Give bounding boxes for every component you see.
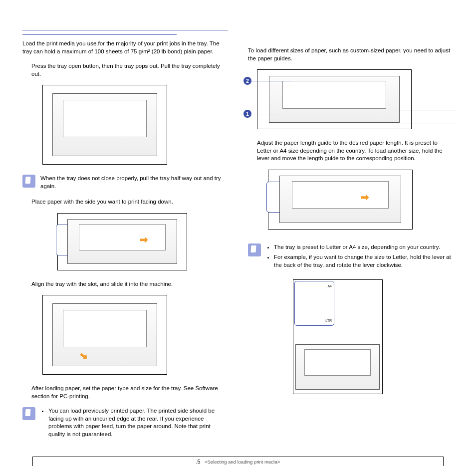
note-bullet: For example, if you want to change the s… bbox=[274, 253, 454, 269]
intro-text-right: To load different sizes of paper, such a… bbox=[248, 47, 454, 62]
figure-place-paper bbox=[57, 213, 187, 270]
note-reprint: You can load previously printed paper. T… bbox=[22, 407, 228, 441]
note-bullet: The tray is preset to Letter or A4 size,… bbox=[274, 243, 454, 251]
note-tray-close: When the tray does not close properly, p… bbox=[22, 175, 228, 190]
note-icon bbox=[248, 243, 261, 256]
chapter-title: <Selecting and loading print media> bbox=[205, 459, 280, 465]
note-bullets-right: The tray is preset to Letter or A4 size,… bbox=[266, 243, 454, 272]
left-column: Load the print media you use for the maj… bbox=[22, 30, 228, 449]
note-text: When the tray does not close properly, p… bbox=[40, 175, 228, 190]
rule-top bbox=[22, 30, 228, 30]
label-a4: A4 bbox=[327, 284, 332, 288]
step-4: After loading paper, set the paper type … bbox=[31, 385, 228, 400]
note-preset: The tray is preset to Letter or A4 size,… bbox=[248, 243, 454, 272]
callout-1: 1 bbox=[243, 110, 251, 118]
callout-2: 2 bbox=[243, 77, 251, 85]
figure-guides-overview: 2 1 bbox=[257, 69, 412, 129]
note-icon bbox=[22, 175, 35, 188]
right-column: To load different sizes of paper, such a… bbox=[248, 30, 454, 449]
rule-sub bbox=[22, 34, 177, 35]
page-footer: .5 <Selecting and loading print media> bbox=[32, 457, 444, 466]
figure-rotate-lever: A4 LTR bbox=[293, 279, 383, 394]
step-1: Press the tray open button, then the tra… bbox=[31, 62, 228, 78]
step-3: Align the tray with the slot, and slide … bbox=[31, 280, 228, 288]
note-bullets: You can load previously printed paper. T… bbox=[40, 407, 228, 441]
step-length-guide: Adjust the paper length guide to the des… bbox=[257, 139, 454, 163]
figure-length-guide bbox=[268, 170, 413, 230]
note-bullet: You can load previously printed paper. T… bbox=[48, 407, 228, 438]
page-number: .5 bbox=[196, 459, 200, 465]
label-ltr: LTR bbox=[325, 319, 332, 322]
figure-open-tray bbox=[42, 85, 167, 165]
step-2: Place paper with the side you want to pr… bbox=[31, 198, 228, 206]
intro-text: Load the print media you use for the maj… bbox=[22, 40, 228, 55]
figure-insert-tray bbox=[42, 295, 167, 375]
note-icon bbox=[22, 407, 35, 420]
